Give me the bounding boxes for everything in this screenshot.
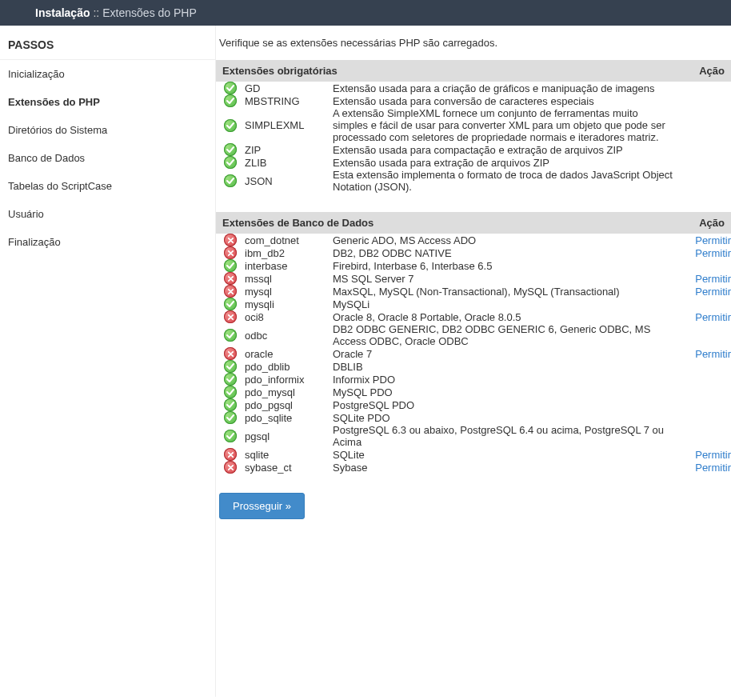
ext-name: ZIP [245, 143, 333, 156]
error-icon [224, 347, 237, 360]
ext-desc: SQLite PDO [333, 411, 675, 424]
ext-name: JSON [245, 169, 333, 193]
status-cell [216, 94, 245, 107]
sidebar-step[interactable]: Finalização [0, 228, 215, 256]
error-icon [224, 285, 237, 298]
status-cell [216, 310, 245, 323]
section-action-header: Ação [675, 212, 731, 234]
table-row: SIMPLEXMLA extensão SimpleXML fornece um… [216, 107, 731, 143]
ext-desc: MySQLi [333, 298, 675, 310]
ext-action [675, 424, 731, 448]
check-icon [224, 119, 237, 132]
error-icon [224, 461, 237, 474]
allow-link[interactable]: Permitir [695, 286, 731, 298]
error-icon [224, 448, 237, 461]
sidebar-step[interactable]: Usuário [0, 200, 215, 228]
status-cell [216, 461, 245, 474]
sidebar-step[interactable]: Banco de Dados [0, 144, 215, 172]
ext-action [675, 360, 731, 373]
section-title: Extensões obrigatórias [216, 60, 675, 82]
ext-name: pdo_mysql [245, 386, 333, 398]
sidebar-step[interactable]: Tabelas do ScriptCase [0, 172, 215, 200]
check-icon [224, 259, 237, 272]
ext-action: Permitir [675, 310, 731, 323]
ext-name: GD [245, 82, 333, 94]
table-row: pgsqlPostgreSQL 6.3 ou abaixo, PostgreSQ… [216, 424, 731, 448]
topbar-title-main: Instalação [35, 6, 90, 19]
status-cell [216, 156, 245, 169]
content: Verifique se as extensões necessárias PH… [216, 26, 731, 697]
check-icon [224, 156, 237, 169]
section-action-header: Ação [675, 60, 731, 82]
table-row: pdo_sqliteSQLite PDO [216, 411, 731, 424]
allow-link[interactable]: Permitir [695, 273, 731, 285]
status-cell [216, 411, 245, 424]
allow-link[interactable]: Permitir [695, 449, 731, 461]
status-cell [216, 448, 245, 461]
sidebar: PASSOS InicializaçãoExtensões do PHPDire… [0, 26, 216, 697]
status-cell [216, 285, 245, 298]
ext-name: ZLIB [245, 156, 333, 169]
status-cell [216, 347, 245, 360]
ext-name: com_dotnet [245, 234, 333, 246]
check-icon [224, 373, 237, 386]
table-row: mssqlMS SQL Server 7Permitir [216, 272, 731, 285]
ext-name: sybase_ct [245, 461, 333, 474]
sidebar-step[interactable]: Diretórios do Sistema [0, 116, 215, 144]
status-cell [216, 234, 245, 246]
ext-desc: Sybase [333, 461, 675, 474]
ext-action [675, 411, 731, 424]
section-title: Extensões de Banco de Dados [216, 212, 675, 234]
table-row: pdo_pgsqlPostgreSQL PDO [216, 398, 731, 411]
allow-link[interactable]: Permitir [695, 234, 731, 246]
table-row: oci8Oracle 8, Oracle 8 Portable, Oracle … [216, 310, 731, 323]
error-icon [224, 272, 237, 285]
ext-desc: Extensão usada para compactação e extraç… [333, 143, 675, 156]
section-header: Extensões de Banco de DadosAção [216, 212, 731, 234]
ext-desc: Oracle 8, Oracle 8 Portable, Oracle 8.0.… [333, 310, 675, 323]
ext-action [675, 298, 731, 310]
ext-action [675, 398, 731, 411]
status-cell [216, 398, 245, 411]
ext-action: Permitir [675, 272, 731, 285]
check-icon [224, 411, 237, 424]
ext-desc: Informix PDO [333, 373, 675, 386]
ext-action [675, 169, 731, 193]
ext-desc: MySQL PDO [333, 386, 675, 398]
topbar-title-sub: Extensões do PHP [102, 6, 197, 19]
ext-desc: MS SQL Server 7 [333, 272, 675, 285]
table-row: mysqliMySQLi [216, 298, 731, 310]
ext-desc: Extensão usada para extração de arquivos… [333, 156, 675, 169]
check-icon [224, 82, 237, 94]
extensions-table: Extensões obrigatóriasAçãoGDExtensão usa… [216, 60, 731, 474]
ext-action [675, 259, 731, 272]
ext-action: Permitir [675, 234, 731, 246]
ext-name: oracle [245, 347, 333, 360]
status-cell [216, 386, 245, 398]
sidebar-heading: PASSOS [0, 30, 215, 60]
status-cell [216, 373, 245, 386]
status-cell [216, 143, 245, 156]
ext-desc: DB2 ODBC GENERIC, DB2 ODBC GENERIC 6, Ge… [333, 323, 675, 347]
sidebar-step[interactable]: Extensões do PHP [0, 88, 215, 116]
allow-link[interactable]: Permitir [695, 348, 731, 360]
allow-link[interactable]: Permitir [695, 462, 731, 474]
allow-link[interactable]: Permitir [695, 311, 731, 323]
ext-desc: MaxSQL, MySQL (Non-Transactional), MySQL… [333, 285, 675, 298]
allow-link[interactable]: Permitir [695, 247, 731, 259]
check-icon [224, 386, 237, 398]
check-icon [224, 298, 237, 310]
proceed-button[interactable]: Prosseguir » [219, 493, 305, 519]
table-row: odbcDB2 ODBC GENERIC, DB2 ODBC GENERIC 6… [216, 323, 731, 347]
check-icon [224, 329, 237, 342]
ext-desc: Extensão usada para a criação de gráfico… [333, 82, 675, 94]
status-cell [216, 246, 245, 259]
ext-action [675, 94, 731, 107]
sidebar-step[interactable]: Inicialização [0, 60, 215, 88]
ext-name: pdo_dblib [245, 360, 333, 373]
ext-name: pdo_informix [245, 373, 333, 386]
ext-action [675, 156, 731, 169]
error-icon [224, 246, 237, 259]
table-row: ZIPExtensão usada para compactação e ext… [216, 143, 731, 156]
table-row: ZLIBExtensão usada para extração de arqu… [216, 156, 731, 169]
